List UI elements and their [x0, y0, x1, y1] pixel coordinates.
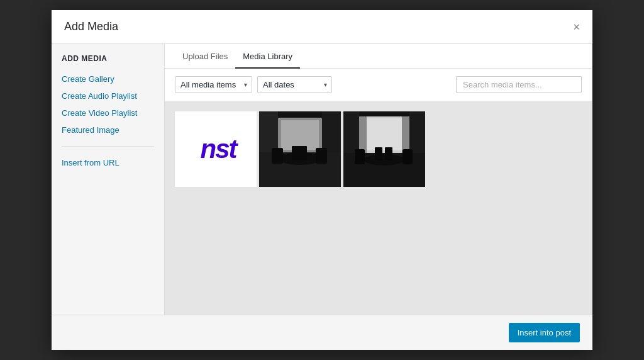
media-item[interactable]: nst [175, 111, 257, 187]
media-grid: nst [165, 101, 592, 315]
svg-rect-22 [375, 147, 382, 160]
svg-rect-21 [402, 149, 413, 164]
modal-header: Add Media × [52, 10, 592, 44]
sidebar-item-featured-image[interactable]: Featured Image [52, 121, 164, 138]
main-content: Upload Files Media Library All media ite… [165, 44, 592, 315]
sidebar-item-create-video-playlist[interactable]: Create Video Playlist [52, 104, 164, 121]
svg-rect-13 [362, 118, 407, 150]
filter-date-wrapper: All dates January 2024 February 2024 ▾ [257, 76, 332, 93]
tab-media-library[interactable]: Media Library [235, 44, 300, 69]
svg-rect-8 [316, 148, 327, 164]
sidebar-item-create-gallery[interactable]: Create Gallery [52, 70, 164, 87]
svg-rect-2 [281, 120, 319, 150]
modal-overlay: Add Media × Add Media Create Gallery Cre… [0, 0, 644, 360]
right-panel [592, 44, 592, 315]
sidebar: Add Media Create Gallery Create Audio Pl… [52, 44, 165, 315]
close-button[interactable]: × [573, 21, 580, 33]
modal-body: Add Media Create Gallery Create Audio Pl… [52, 44, 592, 315]
insert-into-post-button[interactable]: Insert into post [509, 323, 580, 342]
tab-bar: Upload Files Media Library [165, 44, 592, 69]
svg-rect-20 [355, 149, 365, 164]
svg-rect-14 [359, 116, 367, 153]
sidebar-divider [62, 146, 154, 147]
media-thumb-nsu: nst [175, 111, 257, 187]
add-media-modal: Add Media × Add Media Create Gallery Cre… [52, 10, 592, 350]
media-thumb-room1 [259, 111, 341, 187]
tab-upload-files[interactable]: Upload Files [175, 44, 235, 69]
filter-date-select[interactable]: All dates January 2024 February 2024 [257, 76, 332, 93]
modal-footer: Insert into post [52, 315, 592, 350]
filter-media-select[interactable]: All media items Images Audio Video [175, 76, 252, 93]
filter-media-wrapper: All media items Images Audio Video ▾ [175, 76, 252, 93]
search-input[interactable] [456, 76, 582, 93]
svg-rect-23 [385, 147, 392, 160]
media-thumb-room2 [343, 111, 425, 187]
svg-rect-15 [402, 116, 409, 153]
svg-rect-10 [298, 146, 307, 160]
svg-rect-7 [272, 148, 283, 164]
sidebar-item-insert-from-url[interactable]: Insert from URL [52, 154, 164, 171]
svg-point-19 [364, 154, 404, 166]
sidebar-title: Add Media [52, 54, 164, 70]
media-toolbar: All media items Images Audio Video ▾ All… [165, 69, 592, 101]
sidebar-item-create-audio-playlist[interactable]: Create Audio Playlist [52, 87, 164, 104]
media-item[interactable] [343, 111, 425, 187]
modal-title: Add Media [64, 20, 118, 33]
media-item[interactable] [259, 111, 341, 187]
